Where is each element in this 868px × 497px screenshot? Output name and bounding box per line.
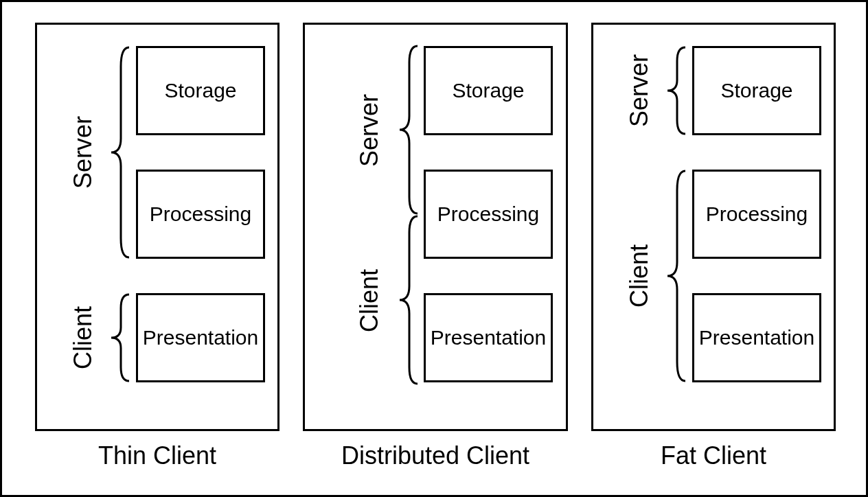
fat-presentation-block: Presentation [692,293,821,382]
thin-server-brace [108,46,132,259]
layer-label: Processing [706,203,808,226]
thin-presentation-block: Presentation [136,293,265,382]
dist-storage-block: Storage [424,46,553,135]
fat-processing-block: Processing [692,170,821,259]
thin-server-label: Server [69,111,98,194]
fat-storage-block: Storage [692,46,821,135]
dist-server-label: Server [355,79,384,182]
thin-client-brace [108,293,132,382]
thin-client-label: Client [69,297,98,379]
dist-processing-block: Processing [424,170,553,259]
thin-processing-block: Processing [136,170,265,259]
layer-label: Storage [720,79,792,102]
fat-caption: Fat Client [591,441,836,470]
dist-client-label: Client [355,249,384,352]
dist-client-brace [397,215,420,385]
fat-client-brace [665,170,688,382]
layer-label: Processing [437,203,539,226]
layer-label: Presentation [699,326,814,349]
layer-label: Storage [452,79,524,102]
fat-server-label: Server [625,49,654,132]
diagram-canvas: Storage Processing Presentation Server C… [0,0,868,497]
dist-server-brace [397,45,420,215]
thin-caption: Thin Client [35,441,279,470]
layer-label: Presentation [431,326,546,349]
dist-presentation-block: Presentation [424,293,553,382]
fat-server-brace [665,46,688,135]
layer-label: Processing [150,203,251,226]
fat-client-label: Client [625,235,654,317]
dist-caption: Distributed Client [303,441,568,470]
thin-storage-block: Storage [136,46,265,135]
layer-label: Storage [164,79,236,102]
layer-label: Presentation [143,326,258,349]
